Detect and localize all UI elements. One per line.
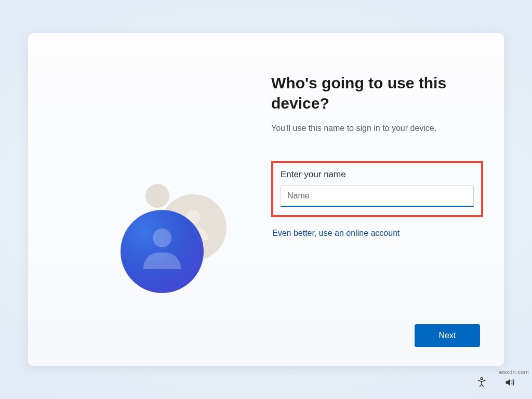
- setup-card: Who's going to use this device? You'll u…: [28, 33, 504, 366]
- page-title: Who's going to use this device?: [271, 73, 469, 113]
- svg-point-0: [481, 378, 483, 380]
- accessibility-button[interactable]: [474, 375, 489, 392]
- decorative-dot: [145, 184, 169, 208]
- name-input[interactable]: [281, 185, 474, 207]
- accessibility-icon: [476, 377, 487, 388]
- next-button[interactable]: Next: [415, 324, 480, 347]
- volume-button[interactable]: [502, 375, 517, 392]
- name-field-label: Enter your name: [281, 169, 474, 180]
- watermark-text: wsxdn.com: [499, 369, 529, 375]
- form-pane: Who's going to use this device? You'll u…: [247, 33, 504, 366]
- name-form-group: Enter your name: [271, 161, 483, 217]
- volume-icon: [504, 377, 515, 388]
- user-illustration: [110, 168, 235, 293]
- page-subtitle: You'll use this name to sign in to your …: [271, 124, 483, 133]
- use-online-account-link[interactable]: Even better, use an online account: [272, 229, 400, 238]
- illustration-pane: [28, 33, 247, 366]
- system-tray: [474, 375, 517, 392]
- person-icon-primary: [121, 210, 204, 293]
